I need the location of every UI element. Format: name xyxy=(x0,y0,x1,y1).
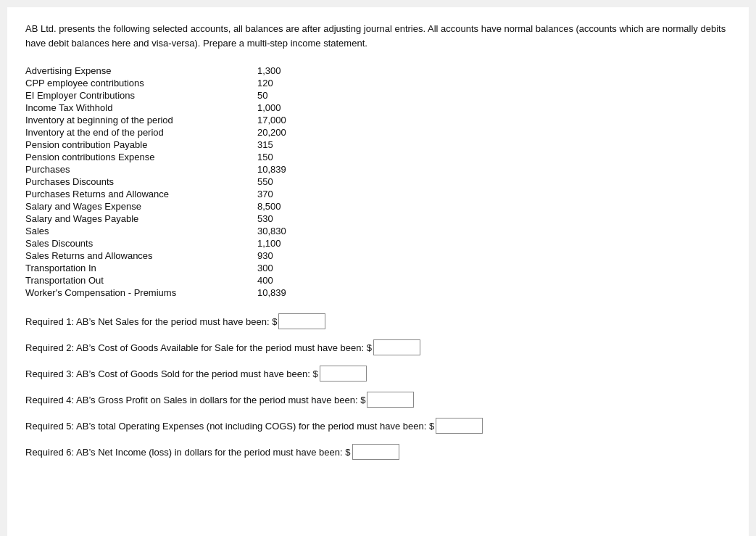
account-row: Purchases10,839 xyxy=(25,163,731,176)
account-value: 10,839 xyxy=(257,164,315,175)
account-value: 530 xyxy=(257,213,315,224)
account-name: Purchases Discounts xyxy=(25,176,257,187)
account-name: CPP employee contributions xyxy=(25,78,257,88)
accounts-table: Advertising Expense1,300CPP employee con… xyxy=(25,65,731,299)
account-value: 550 xyxy=(257,176,315,187)
account-row: Sales Returns and Allowances930 xyxy=(25,250,731,262)
required-label-req6: Required 6: AB’s Net Income (loss) in do… xyxy=(25,447,351,458)
account-value: 150 xyxy=(257,152,315,162)
account-row: Inventory at the end of the period20,200 xyxy=(25,126,731,139)
account-row: Income Tax Withhold1,000 xyxy=(25,102,731,114)
account-row: Sales Discounts1,100 xyxy=(25,237,731,250)
account-row: Purchases Discounts550 xyxy=(25,176,731,188)
account-value: 10,839 xyxy=(257,287,315,298)
account-name: Salary and Wages Payable xyxy=(25,213,257,224)
account-name: Purchases xyxy=(25,164,257,175)
account-name: Sales xyxy=(25,226,257,236)
account-row: Inventory at beginning of the period17,0… xyxy=(25,114,731,126)
account-name: Inventory at beginning of the period xyxy=(25,115,257,125)
account-value: 50 xyxy=(257,90,315,101)
account-row: EI Employer Contributions50 xyxy=(25,89,731,102)
account-value: 400 xyxy=(257,275,315,286)
required-input-req5[interactable] xyxy=(436,418,483,434)
account-row: Transportation Out400 xyxy=(25,274,731,286)
required-label-req2: Required 2: AB’s Cost of Goods Available… xyxy=(25,342,372,353)
account-name: Pension contribution Payable xyxy=(25,139,257,150)
account-row: Worker's Compensation - Premiums10,839 xyxy=(25,286,731,299)
required-row-req3: Required 3: AB’s Cost of Goods Sold for … xyxy=(25,366,731,382)
account-value: 1,100 xyxy=(257,238,315,249)
account-value: 315 xyxy=(257,139,315,150)
account-row: Advertising Expense1,300 xyxy=(25,65,731,77)
intro-paragraph: AB Ltd. presents the following selected … xyxy=(25,22,731,50)
account-value: 1,000 xyxy=(257,102,315,113)
required-label-req4: Required 4: AB’s Gross Profit on Sales i… xyxy=(25,395,365,405)
required-section: Required 1: AB’s Net Sales for the perio… xyxy=(25,313,731,460)
required-label-req1: Required 1: AB’s Net Sales for the perio… xyxy=(25,316,277,327)
account-row: Pension contributions Expense150 xyxy=(25,151,731,163)
account-row: Salary and Wages Payable530 xyxy=(25,213,731,225)
account-name: Purchases Returns and Allowance xyxy=(25,189,257,199)
required-label-req5: Required 5: AB’s total Operating Expense… xyxy=(25,421,434,432)
account-row: CPP employee contributions120 xyxy=(25,77,731,89)
account-row: Sales30,830 xyxy=(25,225,731,237)
account-value: 930 xyxy=(257,250,315,261)
account-row: Transportation In300 xyxy=(25,262,731,274)
account-value: 8,500 xyxy=(257,201,315,212)
account-name: Worker's Compensation - Premiums xyxy=(25,287,257,298)
account-name: Pension contributions Expense xyxy=(25,152,257,162)
required-input-req6[interactable] xyxy=(352,444,399,460)
required-input-req1[interactable] xyxy=(278,313,325,329)
account-name: Sales Returns and Allowances xyxy=(25,250,257,261)
account-row: Purchases Returns and Allowance370 xyxy=(25,188,731,200)
account-value: 120 xyxy=(257,78,315,88)
required-input-req3[interactable] xyxy=(320,366,367,382)
account-name: EI Employer Contributions xyxy=(25,90,257,101)
account-value: 1,300 xyxy=(257,65,315,76)
account-value: 20,200 xyxy=(257,127,315,138)
required-row-req1: Required 1: AB’s Net Sales for the perio… xyxy=(25,313,731,329)
account-name: Income Tax Withhold xyxy=(25,102,257,113)
account-name: Advertising Expense xyxy=(25,65,257,76)
required-row-req2: Required 2: AB’s Cost of Goods Available… xyxy=(25,339,731,355)
required-row-req6: Required 6: AB’s Net Income (loss) in do… xyxy=(25,444,731,460)
required-input-req4[interactable] xyxy=(367,392,414,408)
account-row: Salary and Wages Expense8,500 xyxy=(25,200,731,213)
required-input-req2[interactable] xyxy=(373,339,420,355)
account-value: 370 xyxy=(257,189,315,199)
required-label-req3: Required 3: AB’s Cost of Goods Sold for … xyxy=(25,368,318,379)
account-name: Salary and Wages Expense xyxy=(25,201,257,212)
required-row-req5: Required 5: AB’s total Operating Expense… xyxy=(25,418,731,434)
required-row-req4: Required 4: AB’s Gross Profit on Sales i… xyxy=(25,392,731,408)
account-name: Transportation In xyxy=(25,263,257,273)
account-row: Pension contribution Payable315 xyxy=(25,139,731,151)
account-name: Sales Discounts xyxy=(25,238,257,249)
account-value: 300 xyxy=(257,263,315,273)
account-value: 17,000 xyxy=(257,115,315,125)
account-value: 30,830 xyxy=(257,226,315,236)
page-container: AB Ltd. presents the following selected … xyxy=(7,7,749,536)
account-name: Inventory at the end of the period xyxy=(25,127,257,138)
account-name: Transportation Out xyxy=(25,275,257,286)
